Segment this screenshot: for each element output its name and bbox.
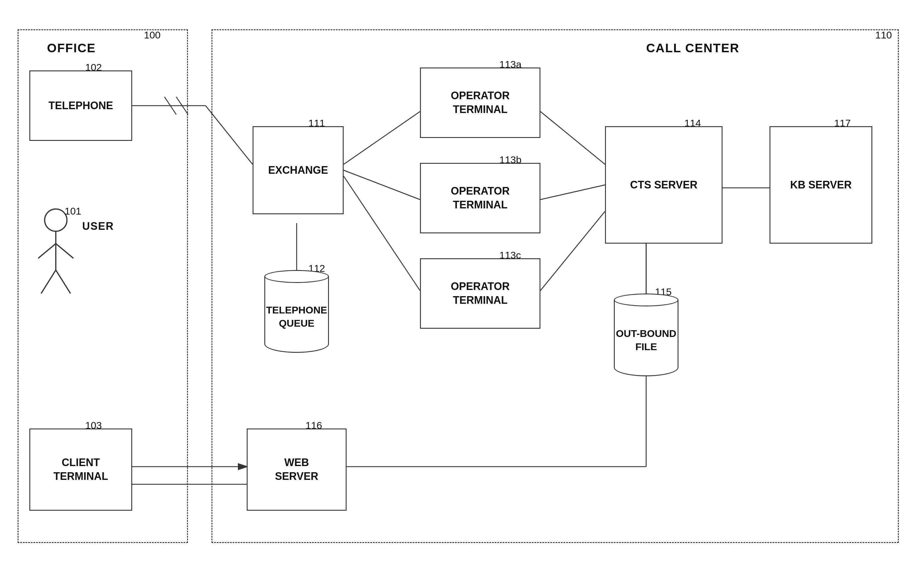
svg-line-27 (56, 270, 71, 294)
operator-c-node: OPERATORTERMINAL (420, 258, 540, 329)
cyl-body-outbound: OUT-BOUNDFILE (614, 300, 678, 376)
ref-102: 102 (85, 62, 102, 73)
operator-b-node: OPERATORTERMINAL (420, 163, 540, 233)
cyl-body-queue: TELEPHONEQUEUE (264, 276, 329, 353)
svg-line-25 (56, 243, 73, 258)
client-terminal-label: CLIENTTERMINAL (53, 456, 108, 483)
diagram-container: · · · OFFICE CALL CENTER 100 110 TELEPHO… (0, 0, 924, 582)
telephone-queue-node: TELEPHONEQUEUE (264, 270, 329, 353)
ref-116: 116 (305, 420, 322, 431)
ref-114: 114 (684, 117, 701, 129)
web-server-label: WEBSERVER (275, 456, 318, 483)
office-label: OFFICE (47, 41, 96, 55)
outbound-file-node: OUT-BOUNDFILE (614, 294, 678, 376)
ref-117: 117 (834, 117, 851, 129)
client-terminal-node: CLIENTTERMINAL (30, 429, 132, 511)
svg-line-24 (38, 243, 56, 258)
user-icon (32, 206, 79, 301)
ref-100: 100 (144, 30, 161, 41)
ref-113b: 113b (499, 154, 521, 166)
user-label: USER (82, 220, 114, 232)
ref-103: 103 (85, 420, 102, 431)
telephone-label: TELEPHONE (48, 99, 113, 113)
exchange-label: EXCHANGE (268, 163, 328, 177)
ref-113a: 113a (499, 59, 521, 70)
cts-server-node: CTS SERVER (605, 126, 723, 243)
ref-110: 110 (875, 30, 892, 41)
kb-server-label: KB SERVER (790, 178, 851, 192)
web-server-node: WEBSERVER (247, 429, 346, 511)
outbound-file-label: OUT-BOUNDFILE (616, 327, 676, 353)
ref-111: 111 (309, 117, 325, 129)
cyl-top-queue (264, 270, 329, 283)
svg-line-26 (41, 270, 56, 294)
telephone-node: TELEPHONE (30, 71, 132, 141)
svg-point-22 (45, 209, 67, 231)
callcenter-label: CALL CENTER (646, 41, 739, 55)
operator-a-node: OPERATORTERMINAL (420, 67, 540, 138)
cts-server-label: CTS SERVER (630, 178, 697, 192)
kb-server-node: KB SERVER (769, 126, 872, 243)
operator-b-label: OPERATORTERMINAL (451, 184, 510, 212)
operator-a-label: OPERATORTERMINAL (451, 89, 510, 117)
telephone-queue-label: TELEPHONEQUEUE (266, 304, 327, 329)
operator-c-label: OPERATORTERMINAL (451, 280, 510, 307)
ref-101: 101 (64, 206, 81, 217)
exchange-node: EXCHANGE (252, 126, 344, 214)
ref-113c: 113c (499, 250, 521, 261)
cyl-top-outbound (614, 294, 678, 306)
